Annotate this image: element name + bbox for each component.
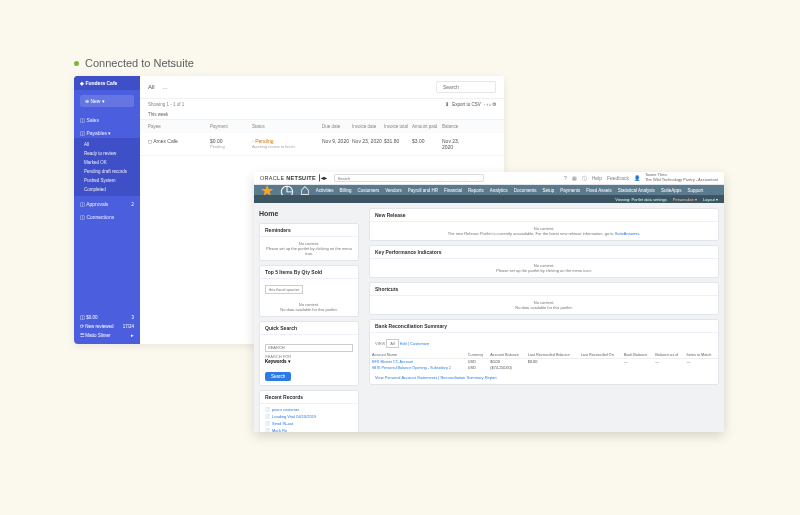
calendar-icon[interactable]: ▦ [572,175,577,181]
table-header: Payee Payment Status Due date Invoice da… [140,120,504,133]
panel-recent: Recent Records patco customer Loading Vi… [259,390,359,433]
nav-vendors[interactable]: Vendors [385,188,402,193]
panel-quicksearch: Quick Search SEARCH FOR Keywords ▾ Searc… [259,321,359,386]
brs-table: Account Name Currency Account Balance La… [370,352,718,371]
nav-billing[interactable]: Billing [339,188,351,193]
qs-input[interactable] [265,344,353,352]
tab-all[interactable]: All [148,84,155,90]
sidebar-sales[interactable]: ◫ Sales [74,112,140,125]
user-block[interactable]: Tawrie Thea The Wild Technology Pantry -… [645,173,718,183]
qs-button[interactable]: Search [265,372,291,381]
search-input[interactable] [436,81,496,93]
panel-reminders: Reminders No content.Please set up the p… [259,223,359,261]
ns-search-input[interactable] [334,174,484,182]
nav-setup[interactable]: Setup [543,188,555,193]
sb-item-pushed[interactable]: Pushed System [74,176,140,185]
new-button[interactable]: ⊕ New ▾ [80,95,134,107]
panel-top5: Top 5 Items By Qty Sold this fiscal quar… [259,265,359,317]
result-count: Showing 1 - 1 of 1 [148,102,184,107]
brand: ◆ Fundera Cafe [74,76,140,90]
recent-item[interactable]: Send IN-out [265,420,353,427]
ns-topbar: ORACLE NETSUITE ⎮◂▸ ? ▦ ⓘ Help Feedback … [254,172,724,185]
link-suiteanswers[interactable]: SuiteAnswers [615,231,639,236]
subnav-layout[interactable]: Layout [703,197,715,202]
nav-suiteapps[interactable]: SuiteApps [661,188,682,193]
nav-activities[interactable]: Activities [316,188,334,193]
brs-customize[interactable]: Customize [410,341,429,346]
subnav-view: Viewing: Portlet data settings [615,197,667,202]
page-title: Home [259,208,359,219]
sidebar-footer: ◫ $0.003 ⟳ New reviewed17/24 ☰ Matto Sli… [74,309,140,344]
nav-analytics[interactable]: Analytics [490,188,508,193]
panel-newrelease: New Release No content.The new Release P… [369,208,719,241]
nav-support[interactable]: Support [687,188,703,193]
nav-fixedassets[interactable]: Fixed Assets [586,188,612,193]
panel-kpi: Key Performance Indicators No content.Pl… [369,245,719,278]
sb-item-complete[interactable]: Completed [74,185,140,194]
sb-item-marked[interactable]: Marked OK [74,158,140,167]
top5-select[interactable]: this fiscal quarter [265,285,303,294]
user-icon[interactable]: 👤 [634,175,640,181]
brs-view-select[interactable]: All [386,339,398,348]
ns-subnav: Viewing: Portlet data settings Personali… [254,195,724,203]
sb-item-all[interactable]: All [74,140,140,149]
ns-navbar: ★ ◷ ⌂ Activities Billing Customers Vendo… [254,185,724,195]
help-link[interactable]: Help [592,175,602,181]
sidebar-payables[interactable]: ◫ Payables ▾ [74,125,140,138]
nav-customers[interactable]: Customers [357,188,379,193]
subnav-personalize[interactable]: Personalize [673,197,694,202]
sidebar-connections[interactable]: ◫ Connections [74,209,140,222]
info-icon[interactable]: ⓘ [582,175,587,181]
recent-item[interactable]: Mark Re [265,427,353,433]
netsuite-window: ORACLE NETSUITE ⎮◂▸ ? ▦ ⓘ Help Feedback … [254,172,724,432]
export-button[interactable]: ⬇ Export to CSV ◦ ‹ › ⚙ [445,102,496,107]
sb-item-pending[interactable]: Pending draft records [74,167,140,176]
connection-status: Connected to Netsuite [74,57,194,69]
nav-statanalysis[interactable]: Statistical Analysis [618,188,655,193]
help-icon[interactable]: ? [564,175,567,181]
recent-item[interactable]: patco customer [265,406,353,413]
panel-shortcuts: Shortcuts No content.No data available f… [369,282,719,315]
panel-brs: Bank Reconciliation Summary VIEW All Edi… [369,319,719,385]
brs-edit[interactable]: Edit [400,341,407,346]
sb-item-ready[interactable]: Ready to review [74,149,140,158]
new-button-label: New [90,98,100,104]
brand-text: Fundera Cafe [85,80,117,86]
sidebar-approvals[interactable]: ◫ Approvals 2 [74,196,140,209]
nav-documents[interactable]: Documents [514,188,537,193]
nav-financial[interactable]: Financial [444,188,462,193]
sidebar: ◆ Fundera Cafe ⊕ New ▾ ◫ Sales ◫ Payable… [74,76,140,344]
table-row[interactable]: ◻ Amex Cafe $0.00Pending ◦ PendingAwaiti… [140,133,504,156]
nav-payroll[interactable]: Payroll and HR [408,188,438,193]
recent-item[interactable]: Loading Vital 04/10/2019 [265,413,353,420]
feedback-link[interactable]: Feedback [607,175,629,181]
filter-thisweek[interactable]: This week [148,112,168,117]
nav-payments[interactable]: Payments [560,188,580,193]
nav-reports[interactable]: Reports [468,188,484,193]
brs-footer-link[interactable]: View Personal Account Statements | Recon… [375,375,497,380]
